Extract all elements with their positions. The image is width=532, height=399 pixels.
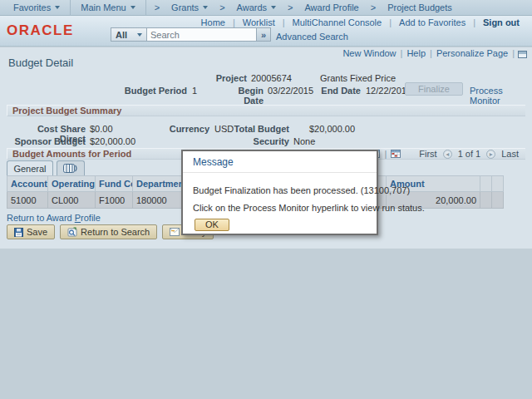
- cell-operating-unit: CL000: [48, 192, 96, 209]
- column-header-blank: [492, 175, 504, 192]
- project-label: Project: [166, 73, 247, 83]
- chevron-down-icon: [271, 6, 276, 9]
- breadcrumb-main-menu[interactable]: Main Menu: [74, 0, 141, 16]
- nav-multichannel-console[interactable]: MultiChannel Console: [285, 17, 390, 27]
- return-to-award-profile-link[interactable]: Return to Award Profile: [7, 213, 101, 223]
- process-monitor-link[interactable]: Process Monitor: [470, 86, 532, 106]
- return-to-search-icon: [67, 227, 77, 237]
- section-title: Project Budget Summary: [12, 106, 121, 116]
- pager-last-label[interactable]: Last: [501, 149, 519, 159]
- section-title: Budget Amounts for Period: [12, 149, 131, 159]
- help-link[interactable]: Help: [402, 48, 430, 58]
- breadcrumb: Favorites Main Menu > Grants > Awards > …: [0, 0, 532, 16]
- currency-label: Currency: [148, 124, 209, 134]
- column-header-blank: [480, 175, 492, 192]
- breadcrumb-favorites[interactable]: Favorites: [7, 0, 66, 16]
- tab-general[interactable]: General: [7, 160, 53, 175]
- return-to-search-label: Return to Search: [81, 227, 150, 237]
- breadcrumb-separator: >: [219, 2, 224, 12]
- pager-position: 1 of 1: [458, 149, 481, 159]
- nav-worklist[interactable]: Worklist: [235, 17, 283, 27]
- pager-prev-icon[interactable]: ◂: [443, 150, 452, 159]
- breadcrumb-divider: [70, 0, 71, 16]
- project-description: Grants Fixed Price: [320, 73, 396, 83]
- global-search: All »: [111, 27, 271, 42]
- budget-period-value: 1: [192, 86, 197, 96]
- breadcrumb-separator: >: [371, 2, 376, 12]
- breadcrumb-awards[interactable]: Awards: [230, 0, 283, 16]
- currency-value: USD: [214, 124, 234, 134]
- top-navigation: Home | Worklist | MultiChannel Console |…: [194, 17, 527, 27]
- app-header: ORACLE Home | Worklist | MultiChannel Co…: [0, 16, 532, 47]
- search-input[interactable]: [147, 27, 257, 42]
- cell-fund-code: F1000: [96, 192, 133, 209]
- grid-control-divider: |: [384, 149, 387, 159]
- breadcrumb-separator: >: [155, 2, 160, 12]
- breadcrumb-label: Awards: [237, 2, 267, 12]
- sponsor-budget-label: Sponsor Budget: [11, 136, 86, 146]
- finalize-button[interactable]: Finalize: [405, 82, 463, 96]
- dialog-title: Message: [193, 156, 234, 168]
- breadcrumb-project-budgets[interactable]: Project Budgets: [381, 0, 459, 16]
- copy-url-icon[interactable]: [518, 51, 527, 58]
- page-action-bar: New Window | Help | Personalize Page |: [338, 48, 527, 58]
- project-budget-summary-header: Project Budget Summary: [7, 105, 525, 116]
- breadcrumb-grants[interactable]: Grants: [165, 0, 214, 16]
- column-header-operating-unit[interactable]: Operating Unit: [48, 175, 96, 192]
- breadcrumb-label: Award Profile: [304, 2, 358, 12]
- sign-out-link[interactable]: Sign out: [475, 17, 527, 27]
- breadcrumb-label: Main Menu: [81, 2, 126, 12]
- notify-icon: [170, 228, 180, 236]
- chevron-down-icon: [55, 6, 60, 9]
- download-grid-icon[interactable]: [391, 150, 401, 158]
- ok-button[interactable]: OK: [195, 219, 229, 231]
- project-value: 20005674: [251, 73, 292, 83]
- return-to-search-button[interactable]: Return to Search: [60, 224, 157, 239]
- breadcrumb-separator: >: [288, 2, 293, 12]
- oracle-logo: ORACLE: [7, 22, 74, 39]
- column-header-account[interactable]: Account: [7, 175, 48, 192]
- advanced-search-link[interactable]: Advanced Search: [276, 32, 348, 42]
- chevron-down-icon: [131, 6, 135, 9]
- sponsor-budget-value: $20,000.00: [90, 136, 135, 146]
- show-all-columns-icon[interactable]: [57, 160, 85, 175]
- begin-date-value: 03/22/2015: [268, 86, 313, 96]
- link-text: Return to Award: [7, 213, 75, 223]
- breadcrumb-divider: [145, 0, 146, 16]
- save-label: Save: [27, 227, 47, 237]
- link-accesskey: P: [75, 213, 81, 223]
- search-scope-dropdown[interactable]: All: [111, 27, 147, 42]
- chevron-down-icon: [137, 33, 142, 37]
- cost-share-direct-value: $0.00: [90, 124, 113, 134]
- nav-add-to-favorites[interactable]: Add to Favorites: [392, 17, 473, 27]
- begin-date-label: Begin Date: [216, 86, 264, 106]
- nav-home[interactable]: Home: [194, 17, 233, 27]
- save-icon: [14, 228, 23, 237]
- security-status-value: None: [293, 136, 315, 146]
- dialog-message-line2: Click on the Process Monitor hyperlink t…: [193, 203, 425, 213]
- page-title: Budget Detail: [8, 57, 73, 69]
- peoplesoft-budget-detail-screen: Favorites Main Menu > Grants > Awards > …: [0, 0, 532, 399]
- chevron-down-icon: [203, 6, 208, 9]
- cell-blank: [480, 192, 492, 209]
- dialog-title-divider: [183, 172, 377, 173]
- save-button[interactable]: Save: [7, 224, 55, 239]
- total-budget-label: Total Budget: [233, 124, 289, 134]
- pager-next-icon[interactable]: ▸: [486, 150, 495, 159]
- cell-account: 51000: [7, 192, 48, 209]
- pagebar-divider: |: [512, 48, 515, 58]
- search-go-icon[interactable]: »: [257, 27, 271, 42]
- total-budget-value: $20,000.00: [309, 124, 355, 134]
- personalize-page-link[interactable]: Personalize Page: [432, 48, 512, 58]
- search-scope-value: All: [116, 30, 127, 40]
- budget-period-label: Budget Period: [108, 86, 187, 96]
- link-text: rofile: [81, 213, 101, 223]
- breadcrumb-award-profile[interactable]: Award Profile: [298, 0, 365, 16]
- breadcrumb-label: Grants: [171, 2, 199, 12]
- new-window-link[interactable]: New Window: [338, 48, 400, 58]
- pager-first-label[interactable]: First: [419, 149, 436, 159]
- column-header-fund-code[interactable]: Fund Code: [96, 175, 133, 192]
- dialog-message-line1: Budget Finalization has been processed. …: [193, 185, 410, 195]
- breadcrumb-label: Favorites: [13, 2, 51, 12]
- breadcrumb-label: Project Budgets: [387, 2, 452, 12]
